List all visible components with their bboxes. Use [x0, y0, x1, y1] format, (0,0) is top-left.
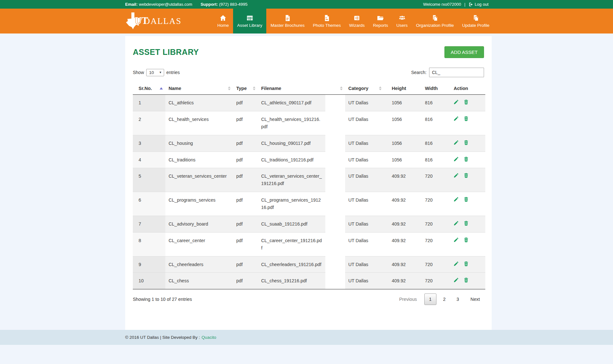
trash-icon [464, 261, 469, 266]
column-header-height: Height [384, 82, 418, 95]
logout-button[interactable]: Log out [469, 2, 488, 7]
cell-filename: CL_cheerleaders_191216.pdf [258, 256, 325, 273]
delete-button[interactable] [464, 173, 469, 178]
sort-asc-icon [160, 87, 163, 90]
edit-button[interactable] [454, 156, 459, 162]
cell-height: 409.92 [384, 232, 418, 256]
edit-button[interactable] [454, 261, 459, 266]
pagination-page[interactable]: 3 [452, 294, 463, 305]
folder-icon [377, 15, 384, 21]
nav-item-asset-library[interactable]: Asset Library [233, 9, 267, 33]
cell-name: CL_health_services [165, 111, 233, 135]
nav-item-home[interactable]: Home [213, 9, 233, 33]
brand-dallas: DALLAS [144, 16, 182, 26]
nav-item-wizards[interactable]: Wizards [345, 9, 369, 33]
nav-items: Home Asset Library Master Brochures Phot… [213, 9, 494, 33]
column-header-srno[interactable]: Sr.No. [133, 82, 165, 95]
pagination: Previous 1 2 3 Next [395, 294, 484, 305]
cell-spacer [325, 95, 345, 111]
delete-button[interactable] [464, 261, 469, 266]
cell-spacer [325, 152, 345, 168]
cell-category: UT Dallas [345, 192, 384, 216]
trash-icon [464, 140, 469, 145]
contact-email: Email: webdeveloper@utdallas.com [125, 2, 192, 7]
edit-button[interactable] [454, 277, 459, 283]
delete-button[interactable] [464, 220, 469, 226]
edit-button[interactable] [454, 237, 459, 242]
cell-category: UT Dallas [345, 135, 384, 152]
cell-spacer [325, 232, 345, 256]
delete-button[interactable] [464, 197, 469, 202]
cell-width: 720 [418, 232, 447, 256]
sort-both-icon [228, 86, 231, 90]
quacito-link[interactable]: Quacito [201, 335, 216, 340]
nav-item-photo-themes[interactable]: Photo Themes [309, 9, 345, 33]
nav-item-organization-profile[interactable]: Organization Profile [412, 9, 458, 33]
pagination-previous[interactable]: Previous [395, 294, 421, 305]
cell-category: UT Dallas [345, 152, 384, 168]
cell-category: UT Dallas [345, 232, 384, 256]
entries-summary: Showing 1 to 10 of 27 entries [133, 297, 192, 302]
edit-button[interactable] [454, 116, 459, 121]
copyright-text: © 2016 UT Dallas | Site Developed By : [125, 335, 200, 340]
cell-filename: CL_chess_191216.pdf [258, 273, 325, 289]
table-header-row: Sr.No. Name Type Filename Category [133, 82, 485, 95]
pagination-page[interactable]: 2 [439, 294, 450, 305]
column-header-filename[interactable]: Filename [258, 82, 345, 95]
sort-both-icon [253, 86, 255, 90]
delete-button[interactable] [464, 156, 469, 162]
nav-item-users[interactable]: Users [392, 9, 412, 33]
cell-filename: CL_athletics_090117.pdf [258, 95, 325, 111]
table-row: 8 CL_career_center pdf CL_career_center_… [133, 232, 485, 256]
cell-name: CL_advisory_board [165, 216, 233, 232]
cell-height: 409.92 [384, 256, 418, 273]
add-asset-button[interactable]: ADD ASSET [444, 46, 484, 58]
column-header-name[interactable]: Name [165, 82, 233, 95]
cell-name: CL_career_center [165, 232, 233, 256]
nav-item-update-profile[interactable]: Update Profile [458, 9, 494, 33]
cell-spacer [325, 192, 345, 216]
column-header-category[interactable]: Category [345, 82, 384, 95]
nav-item-master-brochures[interactable]: Master Brochures [266, 9, 309, 33]
cell-height: 409.92 [384, 168, 418, 192]
cell-height: 409.92 [384, 216, 418, 232]
cell-srno: 9 [133, 256, 165, 273]
entries-select[interactable]: 10 [146, 69, 164, 76]
cell-srno: 4 [133, 152, 165, 168]
delete-button[interactable] [464, 140, 469, 145]
pencil-icon [454, 277, 459, 283]
asset-table: Sr.No. Name Type Filename Category [133, 82, 485, 289]
cell-spacer [325, 216, 345, 232]
delete-button[interactable] [464, 277, 469, 283]
search-label: Search: [411, 70, 427, 75]
trash-icon [464, 116, 469, 121]
page-title: ASSET LIBRARY [133, 48, 199, 57]
column-header-type[interactable]: Type [233, 82, 258, 95]
utdallas-logo[interactable]: UT DALLAS [125, 9, 199, 33]
pagination-page[interactable]: 1 [424, 293, 436, 305]
edit-button[interactable] [454, 140, 459, 145]
delete-button[interactable] [464, 116, 469, 121]
table-row: 4 CL_traditions pdf CL_traditions_191216… [133, 152, 485, 168]
edit-button[interactable] [454, 99, 459, 105]
search-input[interactable] [429, 68, 484, 77]
contact-support: Support: (972) 883-4995 [201, 2, 247, 7]
pencil-icon [454, 140, 459, 145]
cell-name: CL_traditions [165, 152, 233, 168]
pagination-next[interactable]: Next [466, 294, 484, 305]
delete-button[interactable] [464, 237, 469, 242]
cell-srno: 6 [133, 192, 165, 216]
column-header-action: Action [447, 82, 485, 95]
edit-button[interactable] [454, 173, 459, 178]
cell-spacer [325, 168, 345, 192]
cell-type: pdf [233, 135, 258, 152]
delete-button[interactable] [464, 99, 469, 105]
edit-button[interactable] [454, 220, 459, 226]
cell-type: pdf [233, 168, 258, 192]
cell-category: UT Dallas [345, 256, 384, 273]
cell-filename: CL_housing_090117.pdf [258, 135, 325, 152]
search-control: Search: [411, 68, 484, 77]
edit-button[interactable] [454, 197, 459, 202]
nav-item-reports[interactable]: Reports [369, 9, 392, 33]
cell-width: 720 [418, 216, 447, 232]
